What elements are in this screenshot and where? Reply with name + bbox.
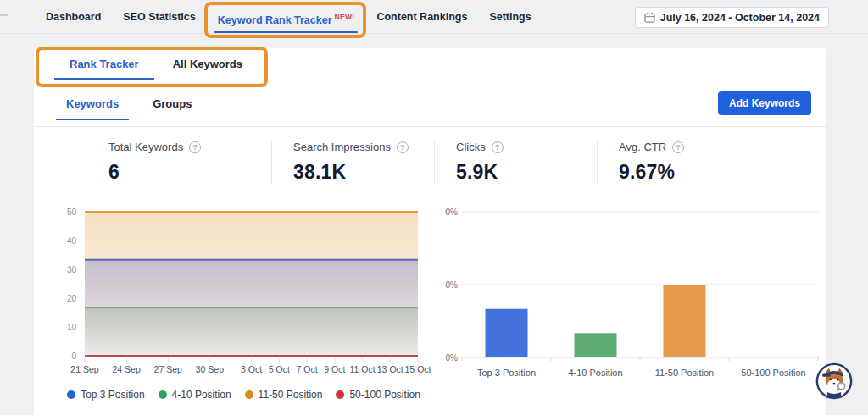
svg-text:40: 40 (67, 236, 77, 246)
nav-item-keyword-rank-tracker[interactable]: Keyword Rank TrackerNEW! (218, 0, 355, 34)
chart-legend: Top 3 Position4-10 Position11-50 Positio… (51, 389, 437, 401)
stat-value: 9.67% (619, 161, 760, 184)
svg-text:0%: 0% (446, 353, 459, 362)
tab-groups[interactable]: Groups (147, 80, 197, 126)
calendar-icon (644, 12, 655, 23)
stat-label-text: Search Impressions (293, 141, 391, 153)
help-icon[interactable]: ? (189, 141, 201, 153)
nav-item-settings[interactable]: Settings (489, 0, 531, 34)
stats-row: Total Keywords?6Search Impressions?38.1K… (34, 127, 826, 201)
svg-text:10: 10 (67, 323, 77, 332)
top-nav-items: DashboardSEO StatisticsKeyword Rank Trac… (46, 0, 531, 34)
rank-tracker-card: Rank TrackerAll Keywords KeywordsGroups … (34, 48, 826, 415)
help-icon[interactable]: ? (672, 141, 684, 153)
positions-bar-chart: 0%50%100%Top 3 Position4-10 Position11-5… (445, 201, 826, 383)
positions-area-chart: 0102030405021 Sep24 Sep27 Sep30 Sep3 Oct… (51, 201, 437, 377)
stat-total-keywords: Total Keywords?6 (108, 141, 271, 184)
date-range-picker[interactable]: July 16, 2024 - October 14, 2024 (635, 7, 829, 28)
stat-label: Clicks? (456, 141, 597, 153)
subtab-all-keywords[interactable]: All Keywords (156, 48, 259, 80)
svg-text:11 Oct: 11 Oct (349, 364, 375, 374)
stat-search-impressions: Search Impressions?38.1K (271, 141, 434, 184)
stat-value: 6 (108, 161, 271, 184)
subtabs-group: Rank TrackerAll Keywords (53, 48, 259, 80)
legend-item-50-100-position[interactable]: 50-100 Position (336, 389, 420, 401)
svg-text:30: 30 (67, 265, 77, 274)
legend-label: 50-100 Position (349, 389, 420, 401)
keywords-groups-bar: KeywordsGroups Add Keywords (34, 80, 826, 127)
nav-item-seo-statistics[interactable]: SEO Statistics (123, 0, 195, 34)
svg-text:30 Sep: 30 Sep (196, 364, 224, 374)
svg-text:50%: 50% (445, 280, 458, 290)
help-icon[interactable]: ? (397, 141, 409, 153)
positions-distribution-chart: 0%50%100%Top 3 Position4-10 Position11-5… (445, 201, 826, 401)
stat-label: Total Keywords? (108, 141, 271, 153)
svg-text:9 Oct: 9 Oct (324, 364, 345, 374)
stat-value: 38.1K (293, 161, 434, 184)
svg-text:3 Oct: 3 Oct (241, 364, 262, 374)
subtab-rank-tracker[interactable]: Rank Tracker (53, 48, 156, 80)
nav-item-content-rankings[interactable]: Content Rankings (376, 0, 467, 34)
legend-item-4-10-position[interactable]: 4-10 Position (159, 389, 231, 401)
stat-label: Search Impressions? (293, 141, 434, 153)
nav-item-label: SEO Statistics (123, 11, 195, 23)
positions-over-time-chart: 0102030405021 Sep24 Sep27 Sep30 Sep3 Oct… (51, 201, 437, 401)
svg-text:0: 0 (71, 351, 76, 361)
tab-keywords[interactable]: Keywords (61, 80, 124, 126)
svg-text:100%: 100% (445, 208, 458, 217)
svg-text:20: 20 (67, 294, 77, 303)
svg-text:Top 3 Position: Top 3 Position (477, 368, 536, 378)
svg-text:27 Sep: 27 Sep (154, 364, 182, 374)
svg-text:7 Oct: 7 Oct (296, 364, 317, 374)
add-keywords-button[interactable]: Add Keywords (718, 91, 811, 115)
svg-text:21 Sep: 21 Sep (70, 364, 98, 374)
svg-text:13 Oct: 13 Oct (377, 364, 403, 374)
svg-text:50: 50 (67, 208, 77, 217)
fox-mascot-icon (815, 362, 854, 401)
nav-item-dashboard[interactable]: Dashboard (46, 0, 101, 34)
svg-text:5 Oct: 5 Oct (269, 364, 290, 374)
legend-item-11-50-position[interactable]: 11-50 Position (245, 389, 323, 401)
aioseo-mascot-logo (815, 362, 854, 401)
stat-label-text: Avg. CTR (619, 141, 666, 153)
legend-dot-icon (245, 390, 253, 399)
legend-dot-icon (67, 390, 75, 399)
nav-item-label: Dashboard (46, 11, 101, 23)
legend-label: 11-50 Position (259, 389, 323, 401)
stat-label-text: Total Keywords (108, 141, 183, 153)
legend-label: 4-10 Position (172, 389, 231, 401)
legend-dot-icon (159, 390, 167, 399)
svg-text:15 Oct: 15 Oct (405, 364, 431, 374)
svg-text:4-10 Position: 4-10 Position (568, 368, 622, 378)
stat-label-text: Clicks (456, 141, 486, 153)
stat-clicks: Clicks?5.9K (434, 141, 597, 184)
inner-tabs-group: KeywordsGroups (61, 80, 220, 126)
nav-item-label: Content Rankings (376, 11, 467, 23)
help-icon[interactable]: ? (492, 141, 504, 153)
svg-text:11-50 Position: 11-50 Position (655, 368, 715, 378)
stat-avg-ctr: Avg. CTR?9.67% (597, 141, 760, 184)
legend-label: Top 3 Position (81, 389, 144, 401)
date-range-text: July 16, 2024 - October 14, 2024 (660, 12, 820, 24)
new-badge: NEW! (335, 13, 355, 21)
charts-row: 0102030405021 Sep24 Sep27 Sep30 Sep3 Oct… (34, 201, 826, 401)
legend-dot-icon (336, 390, 344, 399)
nav-item-label: Keyword Rank Tracker (218, 14, 332, 26)
stat-value: 5.9K (456, 161, 597, 184)
svg-text:50-100 Position: 50-100 Position (741, 368, 805, 378)
subtab-bar: Rank TrackerAll Keywords (34, 48, 826, 80)
svg-text:24 Sep: 24 Sep (112, 364, 140, 374)
stat-label: Avg. CTR? (619, 141, 760, 153)
legend-item-top-3-position[interactable]: Top 3 Position (67, 389, 144, 401)
nav-item-label: Settings (489, 11, 531, 23)
